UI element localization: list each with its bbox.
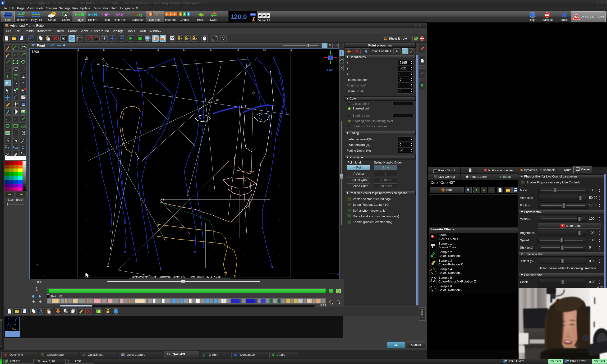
svg-text:?: ? [531,13,533,17]
svg-text:Z: Z [37,274,39,278]
svg-text:X: X [43,274,45,278]
svg-text:Front: Front [327,68,335,72]
svg-text:Y: Y [188,37,190,40]
svg-text:F: F [5,145,7,147]
svg-text:F: F [21,152,23,154]
svg-text:X: X [181,37,183,40]
svg-text:1200: 1200 [32,50,39,53]
svg-text:Points/Vectors: 1071 Hardwar: Points/Vectors: 1071 Hardware Points: 12… [131,275,225,279]
svg-text:+: + [8,138,10,141]
svg-text:FX: FX [167,353,171,356]
svg-text:T: T [6,74,9,79]
svg-text:Z: Z [195,37,197,40]
svg-text:beta: beta [52,13,55,14]
svg-text:Y: Y [36,263,38,267]
svg-text:S: S [118,13,120,17]
svg-text:CUT: CUT [14,146,18,149]
svg-text:Σ: Σ [22,145,25,150]
